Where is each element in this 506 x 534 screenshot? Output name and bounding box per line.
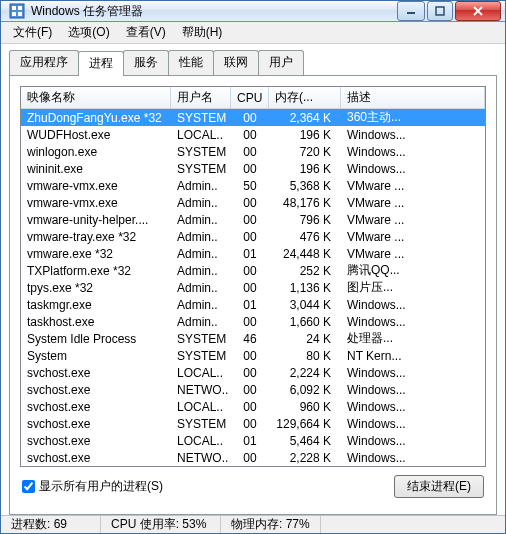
table-row[interactable]: ZhuDongFangYu.exe *32SYSTEM002,364 K360主… <box>21 109 485 126</box>
cell-desc: Windows... <box>341 366 485 380</box>
cell-desc: VMware ... <box>341 247 485 261</box>
tab-3[interactable]: 性能 <box>168 50 214 75</box>
table-row[interactable]: svchost.exeNETWO..006,092 KWindows... <box>21 381 485 398</box>
cell-name: vmware-vmx.exe <box>21 179 171 193</box>
cell-mem: 1,660 K <box>269 315 341 329</box>
menu-options[interactable]: 选项(O) <box>60 22 117 43</box>
cell-cpu: 00 <box>231 111 269 125</box>
cell-name: tpys.exe *32 <box>21 281 171 295</box>
cell-user: LOCAL.. <box>171 128 231 142</box>
cell-user: SYSTEM <box>171 111 231 125</box>
window-title: Windows 任务管理器 <box>31 3 395 20</box>
table-row[interactable]: WUDFHost.exeLOCAL..00196 KWindows... <box>21 126 485 143</box>
cell-user: Admin.. <box>171 196 231 210</box>
cell-mem: 196 K <box>269 128 341 142</box>
close-icon <box>473 6 483 16</box>
cell-cpu: 00 <box>231 196 269 210</box>
table-row[interactable]: tpys.exe *32Admin..001,136 K图片压... <box>21 279 485 296</box>
table-row[interactable]: svchost.exeLOCAL..002,224 KWindows... <box>21 364 485 381</box>
statusbar: 进程数: 69 CPU 使用率: 53% 物理内存: 77% <box>1 515 505 533</box>
table-row[interactable]: taskmgr.exeAdmin..013,044 KWindows... <box>21 296 485 313</box>
table-row[interactable]: svchost.exeLOCAL..00960 KWindows... <box>21 398 485 415</box>
tab-5[interactable]: 用户 <box>258 50 304 75</box>
tab-2[interactable]: 服务 <box>123 50 169 75</box>
end-process-button[interactable]: 结束进程(E) <box>394 475 484 498</box>
table-row[interactable]: wininit.exeSYSTEM00196 KWindows... <box>21 160 485 177</box>
cell-name: wininit.exe <box>21 162 171 176</box>
cell-name: svchost.exe <box>21 366 171 380</box>
table-row[interactable]: winlogon.exeSYSTEM00720 KWindows... <box>21 143 485 160</box>
cell-desc: 图片压... <box>341 279 485 296</box>
cell-desc: VMware ... <box>341 230 485 244</box>
cell-name: svchost.exe <box>21 434 171 448</box>
cell-cpu: 01 <box>231 247 269 261</box>
table-row[interactable]: vmware-vmx.exeAdmin..505,368 KVMware ... <box>21 177 485 194</box>
cell-mem: 1,136 K <box>269 281 341 295</box>
cell-cpu: 00 <box>231 230 269 244</box>
status-processes: 进程数: 69 <box>1 516 101 533</box>
minimize-button[interactable] <box>397 1 425 21</box>
col-cpu[interactable]: CPU <box>231 87 269 108</box>
cell-cpu: 00 <box>231 145 269 159</box>
cell-cpu: 00 <box>231 417 269 431</box>
tab-1[interactable]: 进程 <box>78 51 124 76</box>
cell-desc: Windows... <box>341 400 485 414</box>
cell-name: taskmgr.exe <box>21 298 171 312</box>
show-all-input[interactable] <box>22 480 35 493</box>
table-row[interactable]: vmware-unity-helper....Admin..00796 KVMw… <box>21 211 485 228</box>
show-all-users-checkbox[interactable]: 显示所有用户的进程(S) <box>22 478 163 495</box>
cell-mem: 3,044 K <box>269 298 341 312</box>
cell-user: SYSTEM <box>171 162 231 176</box>
table-row[interactable]: vmware.exe *32Admin..0124,448 KVMware ..… <box>21 245 485 262</box>
svg-rect-1 <box>12 6 16 10</box>
titlebar[interactable]: Windows 任务管理器 <box>1 1 505 22</box>
table-row[interactable]: svchost.exeNETWO..002,228 KWindows... <box>21 449 485 466</box>
close-button[interactable] <box>455 1 501 21</box>
cell-mem: 6,092 K <box>269 383 341 397</box>
cell-desc: Windows... <box>341 128 485 142</box>
cell-user: Admin.. <box>171 264 231 278</box>
cell-name: taskhost.exe <box>21 315 171 329</box>
table-row[interactable]: TXPlatform.exe *32Admin..00252 K腾讯QQ... <box>21 262 485 279</box>
cell-name: winlogon.exe <box>21 145 171 159</box>
cell-mem: 196 K <box>269 162 341 176</box>
cell-name: svchost.exe <box>21 451 171 465</box>
menu-help[interactable]: 帮助(H) <box>174 22 231 43</box>
col-user[interactable]: 用户名 <box>171 87 231 108</box>
table-row[interactable]: vmware-vmx.exeAdmin..0048,176 KVMware ..… <box>21 194 485 211</box>
table-row[interactable]: System Idle ProcessSYSTEM4624 K处理器... <box>21 330 485 347</box>
table-row[interactable]: taskhost.exeAdmin..001,660 KWindows... <box>21 313 485 330</box>
svg-rect-4 <box>18 12 22 16</box>
col-memory[interactable]: 内存(... <box>269 87 341 108</box>
cell-name: ZhuDongFangYu.exe *32 <box>21 111 171 125</box>
cell-user: Admin.. <box>171 179 231 193</box>
cell-name: TXPlatform.exe *32 <box>21 264 171 278</box>
col-image-name[interactable]: 映像名称 <box>21 87 171 108</box>
tab-4[interactable]: 联网 <box>213 50 259 75</box>
app-icon <box>9 3 25 19</box>
menu-view[interactable]: 查看(V) <box>118 22 174 43</box>
col-description[interactable]: 描述 <box>341 87 485 108</box>
cell-desc: Windows... <box>341 162 485 176</box>
cell-cpu: 00 <box>231 349 269 363</box>
window-controls <box>395 1 501 21</box>
cell-cpu: 00 <box>231 162 269 176</box>
cell-cpu: 01 <box>231 298 269 312</box>
cell-mem: 24 K <box>269 332 341 346</box>
cell-user: LOCAL.. <box>171 400 231 414</box>
table-row[interactable]: vmware-tray.exe *32Admin..00476 KVMware … <box>21 228 485 245</box>
maximize-button[interactable] <box>427 1 453 21</box>
svg-rect-2 <box>18 6 22 10</box>
tab-0[interactable]: 应用程序 <box>9 50 79 75</box>
cell-cpu: 00 <box>231 451 269 465</box>
cell-cpu: 00 <box>231 213 269 227</box>
list-body[interactable]: ZhuDongFangYu.exe *32SYSTEM002,364 K360主… <box>21 109 485 466</box>
cell-mem: 5,368 K <box>269 179 341 193</box>
task-manager-window: Windows 任务管理器 文件(F) 选项(O) 查看(V) 帮助(H) 应用… <box>0 0 506 534</box>
table-row[interactable]: SystemSYSTEM0080 KNT Kern... <box>21 347 485 364</box>
menu-file[interactable]: 文件(F) <box>5 22 60 43</box>
table-row[interactable]: svchost.exeLOCAL..015,464 KWindows... <box>21 432 485 449</box>
table-row[interactable]: svchost.exeSYSTEM00129,664 KWindows... <box>21 415 485 432</box>
cell-mem: 796 K <box>269 213 341 227</box>
cell-cpu: 46 <box>231 332 269 346</box>
